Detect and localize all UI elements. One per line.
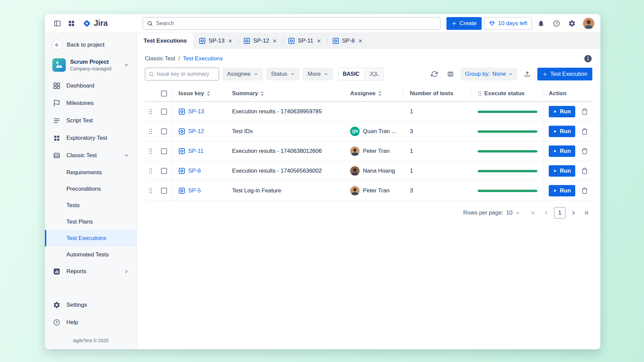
- tab-sp-13[interactable]: SP-13: [194, 33, 238, 49]
- trial-days-left-button[interactable]: 10 days left: [484, 17, 532, 30]
- row-checkbox[interactable]: [156, 161, 172, 181]
- drag-handle[interactable]: [145, 168, 156, 174]
- issue-key-link[interactable]: SP-11: [188, 148, 204, 155]
- sidebar-item-settings[interactable]: Settings: [45, 296, 137, 314]
- table-row: SP-12 Test IDs QN Quan Tran ... 3 Run: [145, 122, 592, 141]
- sidebar-item-classic-test[interactable]: Classic Test: [45, 147, 137, 164]
- global-search[interactable]: [143, 17, 440, 30]
- global-search-input[interactable]: [156, 20, 436, 27]
- next-page-button[interactable]: [568, 207, 580, 219]
- sidebar-subitem-test-executions[interactable]: Test Executions: [45, 230, 137, 246]
- help-button[interactable]: ?: [550, 17, 563, 30]
- drag-handle[interactable]: [145, 128, 156, 135]
- run-button[interactable]: Run: [549, 126, 575, 137]
- more-filter-dropdown[interactable]: More: [303, 68, 333, 80]
- create-button[interactable]: Create: [446, 17, 482, 30]
- refresh-button[interactable]: [428, 68, 440, 80]
- search-icon: [149, 71, 154, 77]
- chevron-down-icon: [124, 153, 129, 158]
- mode-jql-tab[interactable]: JQL: [365, 68, 384, 80]
- sort-icon[interactable]: [378, 91, 381, 96]
- tab-strip: Test Executions SP-13 SP-12 SP-11: [137, 33, 600, 49]
- sidebar-item-exploratory-test[interactable]: Exploratory Test: [45, 129, 137, 147]
- close-tab-icon[interactable]: [227, 38, 233, 44]
- breadcrumb-parent[interactable]: Classic Test: [145, 55, 175, 62]
- sidebar-item-script-test[interactable]: Script Test: [45, 112, 137, 129]
- mode-basic-tab[interactable]: BASIC: [338, 68, 365, 80]
- delete-icon[interactable]: [581, 108, 588, 115]
- sort-icon[interactable]: [261, 91, 264, 96]
- delete-icon[interactable]: [581, 148, 588, 155]
- jira-logo[interactable]: Jira: [79, 19, 111, 28]
- col-header-summary[interactable]: Summary: [225, 86, 343, 101]
- run-button[interactable]: Run: [549, 106, 575, 117]
- previous-page-button[interactable]: [540, 207, 552, 219]
- sidebar-item-label: Exploratory Test: [66, 135, 107, 141]
- sidebar-subitem-tests[interactable]: Tests: [45, 197, 137, 214]
- issue-key-link[interactable]: SP-13: [188, 108, 204, 115]
- breadcrumb-current[interactable]: Test Executions: [183, 55, 223, 62]
- row-execute-status: [471, 161, 544, 181]
- tab-sp-12[interactable]: SP-12: [238, 33, 283, 49]
- issue-filter-search[interactable]: [145, 68, 219, 80]
- close-tab-icon[interactable]: [316, 38, 322, 44]
- sidebar-subitem-test-plans[interactable]: Test Plans: [45, 214, 137, 230]
- tab-sp-6[interactable]: SP-6: [327, 33, 368, 49]
- issue-key-link[interactable]: SP-6: [188, 168, 201, 174]
- run-button[interactable]: Run: [549, 145, 575, 157]
- issue-key-link[interactable]: SP-5: [188, 187, 201, 194]
- delete-icon[interactable]: [581, 168, 588, 174]
- issue-key-link[interactable]: SP-12: [188, 128, 204, 135]
- row-checkbox[interactable]: [156, 181, 172, 200]
- user-avatar[interactable]: [583, 18, 594, 29]
- drag-handle[interactable]: [145, 187, 156, 194]
- settings-button[interactable]: [566, 17, 578, 30]
- notifications-button[interactable]: [535, 17, 547, 30]
- delete-icon[interactable]: [581, 128, 588, 135]
- top-navbar: Jira Create 10 days left ?: [45, 14, 600, 33]
- delete-icon[interactable]: [581, 187, 588, 194]
- back-to-project[interactable]: Back to project: [45, 38, 137, 52]
- tab-test-executions[interactable]: Test Executions: [137, 33, 194, 49]
- run-button[interactable]: Run: [549, 165, 575, 177]
- columns-button[interactable]: [444, 68, 457, 80]
- export-button[interactable]: [521, 68, 533, 80]
- run-button[interactable]: Run: [549, 185, 575, 196]
- sidebar-toggle-button[interactable]: [51, 17, 64, 30]
- drag-handle[interactable]: [145, 108, 156, 115]
- sidebar-item-dashboard[interactable]: Dashboard: [45, 77, 137, 95]
- select-all-checkbox[interactable]: [156, 86, 172, 101]
- row-checkbox[interactable]: [156, 141, 172, 161]
- sidebar-item-milestones[interactable]: Milestones: [45, 95, 137, 112]
- progress-bar: [478, 150, 537, 153]
- sidebar-subitem-preconditions[interactable]: Preconditions: [45, 181, 137, 197]
- project-switcher[interactable]: Scrum Project Company-managed: [49, 56, 132, 74]
- sidebar-item-reports[interactable]: Reports: [45, 263, 137, 280]
- bar-chart-icon: [52, 267, 61, 276]
- col-header-issue-key[interactable]: Issue key: [172, 86, 225, 101]
- last-page-button[interactable]: [580, 207, 592, 219]
- drag-handle[interactable]: [145, 148, 156, 155]
- rows-per-page-dropdown[interactable]: Rows per page: 10: [463, 209, 520, 216]
- status-filter-dropdown[interactable]: Status: [266, 68, 300, 80]
- row-checkbox[interactable]: [156, 122, 172, 141]
- group-by-dropdown[interactable]: Group by: None: [461, 68, 517, 80]
- info-button[interactable]: [584, 54, 592, 63]
- col-header-assignee[interactable]: Assignee: [343, 86, 403, 101]
- sort-icon[interactable]: [207, 91, 210, 96]
- sidebar-item-help[interactable]: ? Help: [45, 314, 137, 331]
- tab-sp-11[interactable]: SP-11: [283, 33, 327, 49]
- sidebar-subitem-automated-tests[interactable]: Automated Tests: [45, 246, 137, 263]
- test-execution-type-icon: [178, 148, 185, 155]
- drag-handle-icon[interactable]: [478, 90, 482, 97]
- current-page-button[interactable]: 1: [554, 207, 566, 219]
- issue-filter-input[interactable]: [157, 71, 215, 77]
- row-checkbox[interactable]: [156, 102, 172, 121]
- new-test-execution-button[interactable]: Test Execution: [537, 68, 592, 80]
- first-page-button[interactable]: [527, 207, 539, 219]
- app-switcher-button[interactable]: [65, 17, 78, 30]
- close-tab-icon[interactable]: [358, 38, 363, 44]
- close-tab-icon[interactable]: [272, 38, 277, 44]
- sidebar-subitem-requirements[interactable]: Requirements: [45, 164, 137, 181]
- assignee-filter-dropdown[interactable]: Assignee: [222, 68, 263, 80]
